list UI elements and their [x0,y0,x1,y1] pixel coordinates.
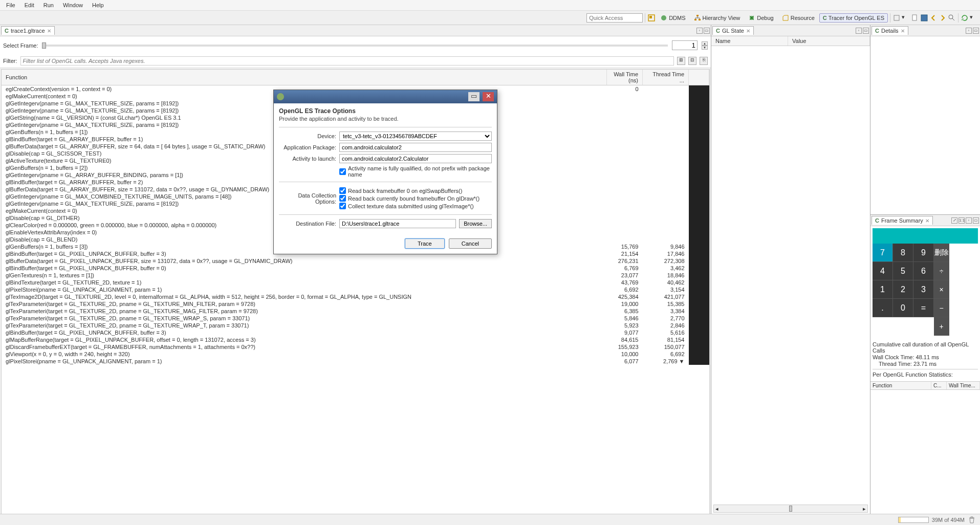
copy-icon[interactable]: ⎘ [700,57,708,65]
fit-icon[interactable]: ⤢ [951,217,957,224]
new-icon[interactable] [911,14,919,22]
glstate-col-value[interactable]: Value [788,36,870,46]
table-row[interactable]: glTexParameteri(target = GL_TEXTURE_2D, … [2,315,709,322]
menu-edit[interactable]: Edit [20,1,38,9]
perspective-debug[interactable]: Debug [745,13,777,23]
table-row[interactable]: glMapBufferRange(target = GL_PIXEL_UNPAC… [2,336,709,343]
maximize-view-icon[interactable]: ▭ [973,28,979,34]
frame-down-button[interactable]: ▼ [702,46,708,50]
menu-help[interactable]: Help [88,1,108,9]
scroll-right-icon[interactable]: ▸ [861,506,867,512]
slider-thumb[interactable] [42,42,46,49]
table-row[interactable]: glTexParameteri(target = GL_TEXTURE_2D, … [2,300,709,308]
toolbar-icon-1[interactable] [892,14,901,22]
stat-table-header: Function C... Wall Time... [870,381,980,390]
minimize-view-icon[interactable]: ▫ [966,217,972,224]
stat-col-wall[interactable]: Wall Time... [947,382,980,389]
wall-cell: 19,000 [607,300,643,308]
perspective-hierarchy[interactable]: Hierarchy View [690,13,744,23]
quick-access-input[interactable] [586,13,643,23]
opt1-checkbox[interactable] [339,187,346,194]
details-tab[interactable]: C Details ✕ [872,26,908,35]
dialog-subtitle: Provide the application and activity to … [279,116,492,122]
col-thumbnail [689,70,709,85]
frame-number-input[interactable] [672,40,698,50]
close-icon[interactable]: ✕ [746,28,750,34]
dialog-titlebar[interactable]: ▭ ✕ [274,90,497,103]
menu-run[interactable]: Run [39,1,58,9]
maximize-view-icon[interactable]: ▭ [863,28,869,34]
filter-input[interactable] [20,56,674,65]
thumb-cell [689,171,709,179]
opt3-checkbox[interactable] [339,203,346,209]
wall-cell: 276,231 [607,257,643,265]
trash-icon[interactable] [968,516,976,524]
table-row[interactable]: glViewport(x = 0, y = 0, width = 240, he… [2,351,709,358]
table-row[interactable]: glBufferData(target = GL_PIXEL_UNPACK_BU… [2,257,709,265]
glstate-tab[interactable]: C GL State ✕ [712,26,754,35]
perspective-resource[interactable]: Resource [778,13,818,23]
wall-cell [607,229,643,236]
heap-meter[interactable] [898,517,929,523]
menu-window[interactable]: Window [59,1,87,9]
activity-input[interactable] [339,154,492,163]
table-row[interactable]: glDiscardFramebufferEXT(target = GL_FRAM… [2,343,709,351]
table-row[interactable]: glBindBuffer(target = GL_PIXEL_UNPACK_BU… [2,265,709,272]
thumb-cell [689,243,709,250]
maximize-button[interactable]: ▭ [468,92,480,101]
col-wall-time[interactable]: Wall Time (ns) [607,70,643,85]
close-button[interactable]: ✕ [483,92,494,101]
device-select[interactable]: tetc_v3-tetc_v3-0123456789ABCDEF [339,132,492,141]
toolbar-icon-2[interactable]: ▾ [902,14,910,22]
stat-col-count[interactable]: C... [931,382,947,389]
collapse-all-icon[interactable]: ⊟ [688,57,696,65]
frame-up-button[interactable]: ▲ [702,41,708,46]
perspective-ddms[interactable]: DDMS [657,13,689,23]
glstate-col-name[interactable]: Name [711,36,788,46]
open-perspective-icon[interactable] [647,14,656,22]
dropdown-icon[interactable]: ▾ [970,14,978,22]
search-icon[interactable] [948,14,956,22]
table-row[interactable]: glTexParameteri(target = GL_TEXTURE_2D, … [2,322,709,329]
table-row[interactable]: glBindTexture(target = GL_TEXTURE_2D, te… [2,279,709,286]
col-function[interactable]: Function [2,70,607,85]
stat-col-function[interactable]: Function [870,382,931,389]
table-row[interactable]: glTexImage2D(target = GL_TEXTURE_2D, lev… [2,293,709,300]
trace-tab[interactable]: C trace1.gltrace ✕ [1,26,55,35]
minimize-view-icon[interactable]: ▫ [696,28,703,34]
maximize-view-icon[interactable]: ▭ [704,28,710,34]
minimize-view-icon[interactable]: ▫ [966,28,972,34]
browse-button[interactable]: Browse... [459,219,492,228]
cancel-button[interactable]: Cancel [449,238,492,249]
frame-slider[interactable] [42,45,668,47]
fqn-checkbox[interactable] [339,168,346,175]
scroll-thumb[interactable] [789,506,792,512]
details-tab-bar: C Details ✕ ▫ ▭ [870,25,980,36]
glstate-hscrollbar[interactable]: ◂ ▸ [713,505,868,513]
scroll-left-icon[interactable]: ◂ [714,506,720,512]
nav-back-icon[interactable] [929,14,938,22]
maximize-view-icon[interactable]: ▭ [973,217,979,224]
table-row[interactable]: glBindBuffer(target = GL_PIXEL_UNPACK_BU… [2,329,709,336]
framesummary-tab[interactable]: C Frame Summary ✕ [872,216,933,225]
package-input[interactable] [339,143,492,152]
close-icon[interactable]: ✕ [47,28,51,34]
close-icon[interactable]: ✕ [901,28,905,34]
table-row[interactable]: glPixelStorei(pname = GL_UNPACK_ALIGNMEN… [2,286,709,293]
menu-file[interactable]: File [2,1,19,9]
opt2-checkbox[interactable] [339,195,346,202]
expand-all-icon[interactable]: ⊞ [677,57,685,65]
table-row[interactable]: glTexParameteri(target = GL_TEXTURE_2D, … [2,308,709,315]
minimize-view-icon[interactable]: ▫ [856,28,862,34]
nav-fwd-icon[interactable] [939,14,947,22]
close-icon[interactable]: ✕ [925,218,929,224]
perspective-tracer[interactable]: CTracer for OpenGL ES [819,13,888,23]
table-row[interactable]: glGenTextures(n = 1, textures = [1])23,0… [2,272,709,279]
table-row[interactable]: glPixelStorei(pname = GL_UNPACK_ALIGNMEN… [2,358,709,365]
zoom-icon[interactable]: 1:1 [959,217,965,224]
dest-input[interactable] [339,219,456,228]
save-icon[interactable] [920,14,928,22]
refresh-icon[interactable] [961,14,969,22]
col-thread-time[interactable]: Thread Time ... [643,70,689,85]
trace-button[interactable]: Trace [405,238,445,249]
